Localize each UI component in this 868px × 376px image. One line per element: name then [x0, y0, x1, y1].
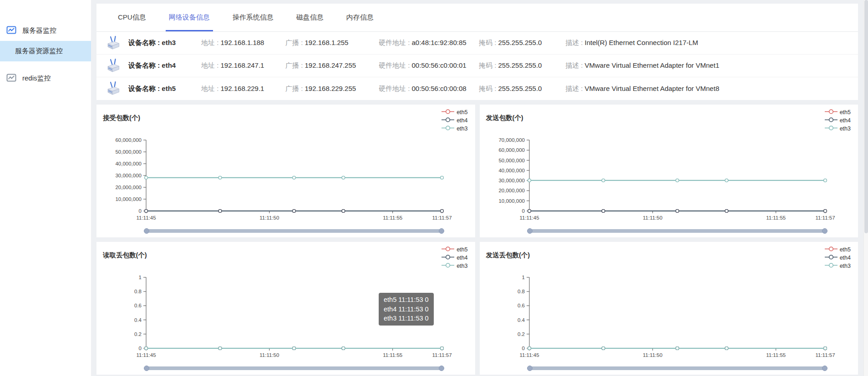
- field-label: 描述 :: [565, 61, 585, 69]
- device-mask-field: 掩码 : 255.255.255.0: [479, 39, 565, 47]
- legend-label: eth4: [457, 255, 467, 261]
- field-value: VMware Virtual Ethernet Adapter for VMne…: [585, 61, 720, 69]
- chart-header: 发送包数(个)eth5eth4eth3: [486, 107, 852, 135]
- legend-item-eth4[interactable]: eth4: [442, 117, 467, 124]
- legend-item-eth4[interactable]: eth4: [825, 255, 851, 261]
- device-description-field: 描述 : VMware Virtual Ethernet Adapter for…: [565, 85, 858, 93]
- device-row: 设备名称 : eth4地址 : 192.168.247.1广播 : 192.16…: [96, 55, 858, 77]
- svg-text:60,000,000: 60,000,000: [115, 137, 142, 143]
- sidebar-item-redis-monitor[interactable]: redis监控: [0, 68, 91, 89]
- tab-cpu-info[interactable]: CPU信息: [107, 4, 157, 31]
- legend-item-eth4[interactable]: eth4: [825, 117, 851, 124]
- legend-label: eth5: [840, 109, 851, 115]
- device-list: 设备名称 : eth3地址 : 192.168.1.188广播 : 192.16…: [96, 32, 858, 100]
- device-row: 设备名称 : eth5地址 : 192.168.229.1广播 : 192.16…: [96, 77, 858, 100]
- tab-disk-info[interactable]: 磁盘信息: [285, 4, 335, 31]
- datazoom-handle-right[interactable]: [439, 228, 444, 234]
- receive-packets-chart-card: 接受包数(个)eth5eth4eth360,000,00050,000,0004…: [96, 105, 475, 237]
- legend-marker-icon: [825, 117, 838, 124]
- legend-label: eth5: [840, 246, 851, 253]
- chart-header: 发送丢包数(个)eth5eth4eth3: [486, 245, 852, 272]
- field-value: 192.168.229.1: [221, 85, 264, 92]
- legend-marker-icon: [442, 109, 454, 115]
- svg-text:20,000,000: 20,000,000: [498, 188, 525, 193]
- legend-label: eth4: [457, 117, 467, 124]
- tooltip-line: eth3 11:11:53 0: [384, 314, 429, 323]
- tab-network-device-info[interactable]: 网络设备信息: [157, 4, 221, 31]
- datazoom-handle-right[interactable]: [822, 366, 827, 371]
- scrollbar-thumb[interactable]: [864, 0, 868, 233]
- chart-header: 接受包数(个)eth5eth4eth3: [103, 107, 469, 135]
- device-mask-field: 掩码 : 255.255.255.0: [479, 61, 565, 70]
- svg-text:11:11:50: 11:11:50: [259, 352, 279, 358]
- legend-item-eth4[interactable]: eth4: [442, 255, 467, 261]
- datazoom-handle-left[interactable]: [527, 228, 533, 234]
- legend-item-eth3[interactable]: eth3: [825, 263, 851, 269]
- chart-line-icon: [6, 74, 16, 83]
- datazoom-slider[interactable]: [529, 366, 825, 370]
- device-address-field: 地址 : 192.168.247.1: [201, 61, 285, 70]
- svg-text:11:11:50: 11:11:50: [643, 352, 662, 358]
- field-value: 192.168.1.188: [221, 39, 264, 46]
- network-device-panel: CPU信息网络设备信息操作系统信息磁盘信息内存信息 设备名称 : eth3地址 …: [96, 4, 858, 100]
- datazoom-handle-left[interactable]: [144, 366, 149, 371]
- field-value: VMware Virtual Ethernet Adapter for VMne…: [585, 85, 720, 92]
- legend-item-eth5[interactable]: eth5: [825, 246, 851, 253]
- datazoom-handle-right[interactable]: [822, 228, 827, 234]
- field-value: 192.168.1.255: [305, 39, 349, 46]
- svg-text:10,000,000: 10,000,000: [115, 196, 142, 202]
- legend-item-eth5[interactable]: eth5: [825, 109, 851, 115]
- legend-label: eth5: [457, 109, 467, 115]
- chart-legend: eth5eth4eth3: [825, 245, 852, 269]
- field-value: 255.255.255.0: [498, 61, 542, 69]
- field-label: 广播 :: [285, 85, 305, 92]
- legend-item-eth5[interactable]: eth5: [442, 246, 467, 253]
- datazoom-slider[interactable]: [146, 229, 442, 233]
- field-value: a0:48:1c:92:80:85: [412, 39, 467, 46]
- device-broadcast-field: 广播 : 192.168.229.255: [285, 85, 379, 93]
- legend-item-eth3[interactable]: eth3: [442, 125, 467, 132]
- datazoom-handle-left[interactable]: [144, 228, 149, 234]
- svg-text:10,000,000: 10,000,000: [498, 198, 525, 204]
- vertical-scrollbar[interactable]: [863, 0, 868, 376]
- field-label: 设备名称 :: [128, 39, 162, 46]
- legend-marker-icon: [442, 255, 454, 261]
- svg-text:0.4: 0.4: [518, 317, 525, 323]
- device-description-field: 描述 : Intel(R) Ethernet Connection I217-L…: [565, 39, 858, 47]
- read-drop-packets-chart-card: 读取丢包数(个)eth5eth4eth310.80.60.40.2011:11:…: [96, 242, 475, 375]
- chart-legend: eth5eth4eth3: [442, 107, 468, 132]
- sidebar-item-server-monitor[interactable]: 服务器监控: [0, 20, 91, 41]
- datazoom-slider[interactable]: [146, 366, 442, 370]
- tab-os-info[interactable]: 操作系统信息: [221, 4, 285, 31]
- field-label: 广播 :: [285, 39, 305, 46]
- legend-item-eth5[interactable]: eth5: [442, 109, 467, 115]
- device-name-field: 设备名称 : eth3: [128, 39, 201, 47]
- legend-item-eth3[interactable]: eth3: [825, 125, 851, 132]
- chart-title: 发送包数(个): [486, 114, 523, 122]
- chart-tooltip: eth5 11:11:53 0eth4 11:11:53 0eth3 11:11…: [379, 293, 434, 326]
- svg-text:0: 0: [522, 346, 524, 351]
- device-address-field: 地址 : 192.168.1.188: [201, 39, 285, 47]
- y-axis: 10.80.60.40.20: [134, 275, 146, 351]
- field-label: 掩码 :: [479, 85, 498, 92]
- svg-text:50,000,000: 50,000,000: [498, 158, 525, 163]
- series-eth4: [145, 210, 444, 213]
- tab-memory-info[interactable]: 内存信息: [335, 4, 385, 31]
- datazoom-handle-left[interactable]: [527, 366, 533, 371]
- datazoom-handle-right[interactable]: [439, 366, 444, 371]
- device-row: 设备名称 : eth3地址 : 192.168.1.188广播 : 192.16…: [96, 32, 858, 55]
- sidebar-item-server-resource-monitor[interactable]: 服务器资源监控: [0, 41, 91, 61]
- field-value: eth5: [162, 85, 176, 92]
- series-eth3: [528, 179, 827, 182]
- chart-title: 接受包数(个): [103, 114, 140, 122]
- legend-marker-icon: [825, 255, 838, 261]
- legend-marker-icon: [825, 246, 838, 253]
- field-value: eth3: [162, 39, 176, 46]
- datazoom-slider[interactable]: [529, 229, 825, 233]
- field-label: 设备名称 :: [128, 61, 162, 69]
- line-chart: 70,000,00060,000,00050,000,00040,000,000…: [486, 135, 850, 224]
- field-value: 192.168.247.255: [305, 61, 356, 69]
- legend-item-eth3[interactable]: eth3: [442, 263, 467, 269]
- sidebar-item-label: redis监控: [22, 74, 51, 83]
- field-value: eth4: [162, 61, 176, 69]
